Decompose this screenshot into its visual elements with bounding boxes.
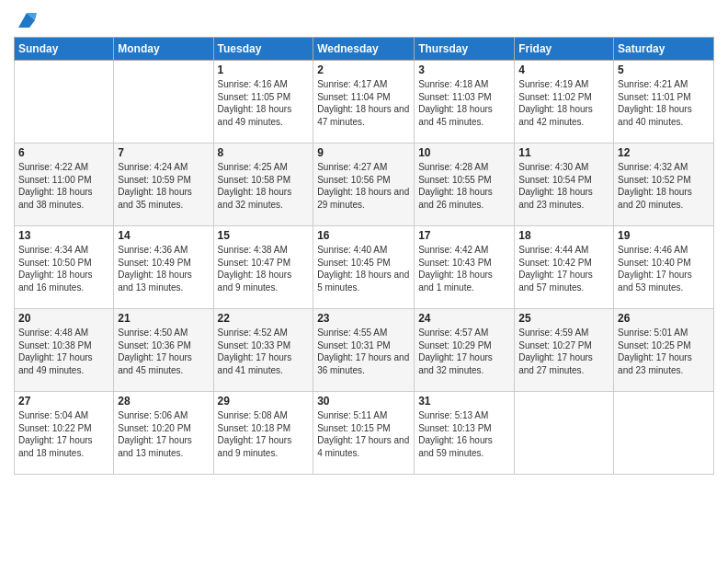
calendar-cell: 2Sunrise: 4:17 AM Sunset: 11:04 PM Dayli… (313, 61, 415, 144)
day-info: Sunrise: 4:44 AM Sunset: 10:42 PM Daylig… (518, 244, 609, 293)
day-number: 12 (618, 146, 710, 159)
day-number: 7 (118, 146, 209, 159)
day-number: 5 (618, 63, 710, 76)
calendar-cell: 15Sunrise: 4:38 AM Sunset: 10:47 PM Dayl… (213, 226, 313, 309)
calendar-cell: 26Sunrise: 5:01 AM Sunset: 10:25 PM Dayl… (614, 309, 714, 392)
day-number: 20 (18, 312, 109, 325)
calendar-week-row: 1Sunrise: 4:16 AM Sunset: 11:05 PM Dayli… (15, 61, 714, 144)
calendar-week-row: 13Sunrise: 4:34 AM Sunset: 10:50 PM Dayl… (15, 226, 714, 309)
day-number: 11 (518, 146, 609, 159)
day-info: Sunrise: 4:50 AM Sunset: 10:36 PM Daylig… (118, 327, 209, 376)
calendar-header-row: SundayMondayTuesdayWednesdayThursdayFrid… (15, 38, 714, 61)
calendar-cell: 8Sunrise: 4:25 AM Sunset: 10:58 PM Dayli… (213, 144, 313, 226)
calendar-header-wednesday: Wednesday (313, 38, 415, 61)
day-number: 17 (418, 229, 510, 242)
calendar-header-thursday: Thursday (415, 38, 515, 61)
day-number: 1 (218, 63, 310, 76)
day-number: 18 (518, 229, 609, 242)
day-info: Sunrise: 4:34 AM Sunset: 10:50 PM Daylig… (18, 244, 109, 293)
calendar-header-tuesday: Tuesday (213, 38, 313, 61)
calendar-cell: 25Sunrise: 4:59 AM Sunset: 10:27 PM Dayl… (515, 309, 614, 392)
logo (14, 9, 37, 29)
day-info: Sunrise: 4:25 AM Sunset: 10:58 PM Daylig… (218, 161, 310, 211)
day-info: Sunrise: 5:01 AM Sunset: 10:25 PM Daylig… (618, 327, 710, 376)
day-info: Sunrise: 4:21 AM Sunset: 11:01 PM Daylig… (618, 78, 710, 128)
day-number: 10 (418, 146, 510, 159)
day-info: Sunrise: 4:38 AM Sunset: 10:47 PM Daylig… (218, 244, 310, 293)
calendar-week-row: 20Sunrise: 4:48 AM Sunset: 10:38 PM Dayl… (15, 309, 714, 392)
calendar-cell (614, 392, 714, 475)
calendar-cell: 17Sunrise: 4:42 AM Sunset: 10:43 PM Dayl… (415, 226, 515, 309)
day-info: Sunrise: 4:48 AM Sunset: 10:38 PM Daylig… (18, 327, 109, 376)
calendar-cell (15, 61, 114, 144)
day-info: Sunrise: 5:11 AM Sunset: 10:15 PM Daylig… (317, 409, 410, 459)
calendar-cell: 7Sunrise: 4:24 AM Sunset: 10:59 PM Dayli… (114, 144, 213, 226)
day-info: Sunrise: 4:30 AM Sunset: 10:54 PM Daylig… (518, 161, 609, 211)
calendar-header-monday: Monday (114, 38, 213, 61)
day-number: 14 (118, 229, 209, 242)
day-number: 15 (218, 229, 310, 242)
day-info: Sunrise: 5:04 AM Sunset: 10:22 PM Daylig… (18, 409, 109, 459)
day-info: Sunrise: 4:24 AM Sunset: 10:59 PM Daylig… (118, 161, 209, 211)
day-number: 27 (18, 395, 109, 408)
header (14, 9, 714, 29)
calendar-cell: 20Sunrise: 4:48 AM Sunset: 10:38 PM Dayl… (15, 309, 114, 392)
calendar-cell: 12Sunrise: 4:32 AM Sunset: 10:52 PM Dayl… (614, 144, 714, 226)
calendar-cell: 18Sunrise: 4:44 AM Sunset: 10:42 PM Dayl… (515, 226, 614, 309)
day-number: 31 (418, 395, 510, 408)
day-info: Sunrise: 4:40 AM Sunset: 10:45 PM Daylig… (317, 244, 410, 293)
day-info: Sunrise: 4:16 AM Sunset: 11:05 PM Daylig… (218, 78, 310, 128)
calendar-cell: 9Sunrise: 4:27 AM Sunset: 10:56 PM Dayli… (313, 144, 415, 226)
day-info: Sunrise: 4:22 AM Sunset: 11:00 PM Daylig… (18, 161, 109, 211)
calendar-cell: 14Sunrise: 4:36 AM Sunset: 10:49 PM Dayl… (114, 226, 213, 309)
calendar-cell: 31Sunrise: 5:13 AM Sunset: 10:13 PM Dayl… (415, 392, 515, 475)
calendar-cell: 5Sunrise: 4:21 AM Sunset: 11:01 PM Dayli… (614, 61, 714, 144)
calendar-header-saturday: Saturday (614, 38, 714, 61)
calendar-cell: 11Sunrise: 4:30 AM Sunset: 10:54 PM Dayl… (515, 144, 614, 226)
day-info: Sunrise: 4:28 AM Sunset: 10:55 PM Daylig… (418, 161, 510, 211)
day-number: 28 (118, 395, 209, 408)
page: SundayMondayTuesdayWednesdayThursdayFrid… (0, 0, 728, 563)
calendar-cell: 4Sunrise: 4:19 AM Sunset: 11:02 PM Dayli… (515, 61, 614, 144)
day-number: 19 (618, 229, 710, 242)
logo-icon (17, 9, 37, 29)
day-number: 13 (18, 229, 109, 242)
day-number: 9 (317, 146, 410, 159)
day-info: Sunrise: 5:08 AM Sunset: 10:18 PM Daylig… (218, 409, 310, 459)
day-number: 24 (418, 312, 510, 325)
calendar-cell: 10Sunrise: 4:28 AM Sunset: 10:55 PM Dayl… (415, 144, 515, 226)
calendar-header-sunday: Sunday (15, 38, 114, 61)
day-number: 6 (18, 146, 109, 159)
calendar-cell: 21Sunrise: 4:50 AM Sunset: 10:36 PM Dayl… (114, 309, 213, 392)
day-info: Sunrise: 4:46 AM Sunset: 10:40 PM Daylig… (618, 244, 710, 293)
calendar-cell (114, 61, 213, 144)
day-number: 25 (518, 312, 609, 325)
calendar-cell: 28Sunrise: 5:06 AM Sunset: 10:20 PM Dayl… (114, 392, 213, 475)
day-number: 30 (317, 395, 410, 408)
calendar-cell: 3Sunrise: 4:18 AM Sunset: 11:03 PM Dayli… (415, 61, 515, 144)
calendar-cell: 13Sunrise: 4:34 AM Sunset: 10:50 PM Dayl… (15, 226, 114, 309)
day-number: 23 (317, 312, 410, 325)
day-number: 8 (218, 146, 310, 159)
calendar-cell: 30Sunrise: 5:11 AM Sunset: 10:15 PM Dayl… (313, 392, 415, 475)
calendar-cell: 19Sunrise: 4:46 AM Sunset: 10:40 PM Dayl… (614, 226, 714, 309)
day-info: Sunrise: 4:55 AM Sunset: 10:31 PM Daylig… (317, 327, 410, 376)
day-number: 2 (317, 63, 410, 76)
day-info: Sunrise: 5:06 AM Sunset: 10:20 PM Daylig… (118, 409, 209, 459)
day-info: Sunrise: 4:18 AM Sunset: 11:03 PM Daylig… (418, 78, 510, 128)
calendar-cell: 23Sunrise: 4:55 AM Sunset: 10:31 PM Dayl… (313, 309, 415, 392)
day-info: Sunrise: 5:13 AM Sunset: 10:13 PM Daylig… (418, 409, 510, 459)
calendar-header-friday: Friday (515, 38, 614, 61)
day-info: Sunrise: 4:17 AM Sunset: 11:04 PM Daylig… (317, 78, 410, 128)
day-info: Sunrise: 4:32 AM Sunset: 10:52 PM Daylig… (618, 161, 710, 211)
day-number: 26 (618, 312, 710, 325)
day-info: Sunrise: 4:19 AM Sunset: 11:02 PM Daylig… (518, 78, 609, 128)
calendar-cell: 29Sunrise: 5:08 AM Sunset: 10:18 PM Dayl… (213, 392, 313, 475)
day-info: Sunrise: 4:42 AM Sunset: 10:43 PM Daylig… (418, 244, 510, 293)
calendar-cell: 6Sunrise: 4:22 AM Sunset: 11:00 PM Dayli… (15, 144, 114, 226)
calendar-cell (515, 392, 614, 475)
day-number: 4 (518, 63, 609, 76)
calendar-cell: 24Sunrise: 4:57 AM Sunset: 10:29 PM Dayl… (415, 309, 515, 392)
day-number: 21 (118, 312, 209, 325)
calendar-cell: 27Sunrise: 5:04 AM Sunset: 10:22 PM Dayl… (15, 392, 114, 475)
